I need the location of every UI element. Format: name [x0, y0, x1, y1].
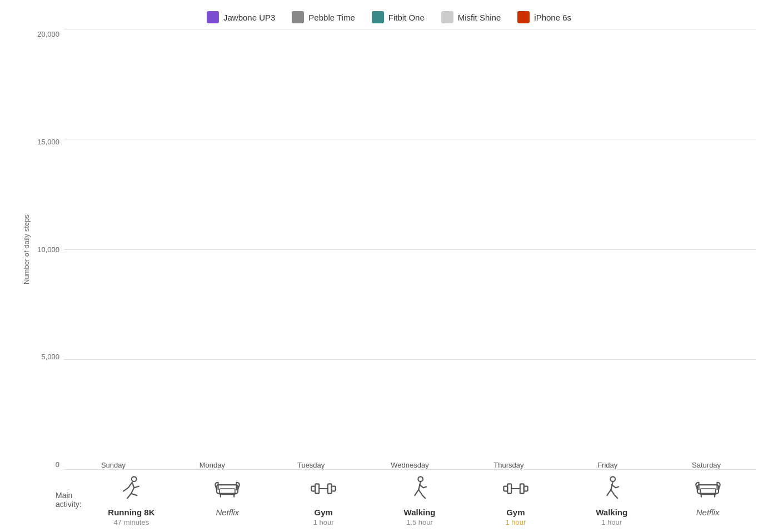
legend-color-swatch: [372, 11, 384, 23]
y-tick: 20,000: [33, 30, 64, 38]
activity-duration: 1 hour: [601, 518, 622, 526]
day-group: Saturday: [657, 458, 756, 469]
running-icon: [117, 474, 146, 506]
svg-point-10: [418, 476, 423, 481]
legend-label: Fitbit One: [388, 13, 425, 22]
y-axis-label: Number of daily steps: [22, 29, 31, 470]
activity-duration: 1 hour: [313, 518, 334, 526]
gym-icon: [309, 474, 338, 506]
activity-name: Walking: [596, 508, 627, 517]
activity-name: Gym: [506, 508, 525, 517]
legend-item: iPhone 6s: [517, 11, 571, 23]
day-label: Thursday: [493, 461, 523, 469]
day-group: Friday: [558, 458, 657, 469]
legend-item: Misfit Shine: [441, 11, 501, 23]
activity-day: Netflix: [660, 474, 756, 526]
day-group: Sunday: [64, 458, 163, 469]
couch-icon: [213, 474, 242, 506]
chart-container: Number of daily steps 05,00010,00015,000…: [22, 29, 756, 470]
bars-area: SundayMondayTuesdayWednesdayThursdayFrid…: [64, 29, 756, 470]
activity-day: Netflix: [179, 474, 276, 526]
couch-icon: [694, 474, 722, 506]
activity-duration: 1 hour: [505, 518, 526, 526]
activity-label: Main activity:: [22, 474, 83, 509]
legend-label: Misfit Shine: [458, 13, 501, 22]
activity-day: Walking1.5 hour: [372, 474, 468, 526]
day-label: Monday: [200, 461, 225, 469]
legend-color-swatch: [517, 11, 530, 23]
y-tick: 15,000: [33, 138, 64, 146]
y-tick: 10,000: [33, 245, 64, 254]
day-label: Saturday: [692, 461, 721, 469]
day-group: Monday: [163, 458, 262, 469]
bars-row: SundayMondayTuesdayWednesdayThursdayFrid…: [64, 29, 756, 469]
activity-name: Netflix: [696, 508, 720, 517]
legend-item: Pebble Time: [292, 11, 355, 23]
y-tick: 5,000: [33, 353, 64, 361]
day-label: Tuesday: [297, 461, 325, 469]
walking-icon: [405, 474, 434, 506]
chart-plot: 05,00010,00015,00020,000 SundayMondayTue…: [33, 29, 756, 470]
svg-point-16: [610, 476, 615, 481]
activity-name: Gym: [314, 508, 332, 517]
activity-section: Main activity: Running 8K47 minutes Netf…: [22, 474, 756, 526]
activity-duration: 47 minutes: [114, 518, 149, 526]
legend-color-swatch: [441, 11, 453, 23]
activity-days: Running 8K47 minutes Netflix Gym1 hour W…: [83, 474, 756, 526]
legend-item: Fitbit One: [372, 11, 425, 23]
x-axis-line: [64, 469, 756, 470]
chart-inner: 05,00010,00015,00020,000 SundayMondayTue…: [33, 29, 756, 470]
day-label: Sunday: [101, 461, 126, 469]
activity-day: Gym1 hour: [276, 474, 372, 526]
activity-day: Gym1 hour: [467, 474, 563, 526]
activity-day: Walking1 hour: [563, 474, 660, 526]
svg-point-0: [132, 476, 137, 481]
day-group: Tuesday: [262, 458, 361, 469]
legend-color-swatch: [207, 11, 219, 23]
legend-label: Jawbone UP3: [223, 13, 275, 22]
gym-icon: [501, 474, 530, 506]
activity-day: Running 8K47 minutes: [83, 474, 179, 526]
activity-duration: 1.5 hour: [406, 518, 433, 526]
day-label: Wednesday: [391, 461, 428, 469]
legend-label: iPhone 6s: [534, 13, 571, 22]
day-label: Friday: [597, 461, 617, 469]
walking-icon: [597, 474, 626, 506]
legend-color-swatch: [292, 11, 304, 23]
legend-item: Jawbone UP3: [207, 11, 275, 23]
activity-name: Walking: [404, 508, 436, 517]
legend-label: Pebble Time: [308, 13, 355, 22]
activity-name: Netflix: [216, 508, 239, 517]
y-tick: 0: [33, 460, 64, 469]
activity-name: Running 8K: [108, 508, 154, 517]
chart-legend: Jawbone UP3Pebble TimeFitbit OneMisfit S…: [207, 11, 571, 23]
day-group: Thursday: [459, 458, 558, 469]
y-ticks: 05,00010,00015,00020,000: [33, 29, 64, 470]
day-group: Wednesday: [361, 458, 460, 469]
